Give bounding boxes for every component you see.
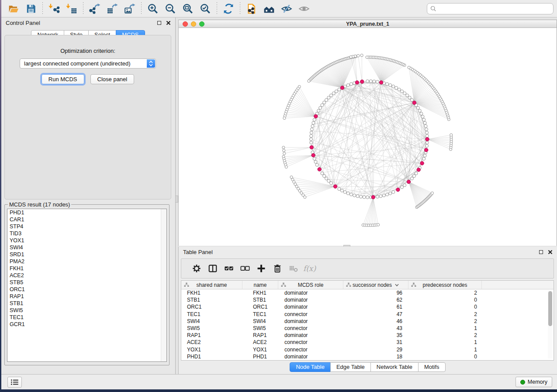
graph-node[interactable] (366, 196, 369, 199)
mcds-result-item[interactable]: ACE2 (7, 272, 166, 279)
mcds-result-item[interactable]: PMA2 (7, 258, 166, 265)
graph-node[interactable] (408, 96, 411, 99)
graph-leaf-node[interactable] (304, 196, 306, 198)
graph-mcds-hub-node[interactable] (412, 101, 416, 104)
graph-node[interactable] (315, 163, 318, 166)
hide-table-button[interactable] (285, 261, 301, 276)
export-network-button[interactable] (86, 1, 104, 16)
graph-node[interactable] (312, 121, 315, 124)
table-row[interactable]: TEC1TEC1connector472 (181, 311, 554, 318)
graph-node[interactable] (386, 83, 389, 86)
graph-leaf-node[interactable] (349, 55, 352, 58)
column-header-shared-name[interactable]: shared name (181, 281, 242, 289)
table-row[interactable]: PHD1PHD1dominator180 (181, 353, 554, 360)
close-panel-icon[interactable] (166, 21, 171, 25)
graph-node[interactable] (426, 141, 429, 144)
graph-node[interactable] (363, 196, 366, 199)
graph-leaf-node[interactable] (283, 152, 286, 155)
graph-node[interactable] (338, 88, 341, 91)
mcds-result-item[interactable]: YOX1 (7, 237, 166, 244)
graph-leaf-node[interactable] (282, 146, 285, 149)
graph-node[interactable] (325, 99, 328, 102)
graph-mcds-hub-node[interactable] (426, 138, 429, 141)
graph-mcds-hub-node[interactable] (311, 153, 315, 157)
graph-node[interactable] (410, 177, 413, 180)
console-toggle-button[interactable] (7, 377, 22, 388)
mcds-result-item[interactable]: GCR1 (7, 321, 166, 328)
graph-node[interactable] (323, 175, 326, 178)
mcds-result-item[interactable]: SWI5 (7, 307, 166, 314)
graph-node[interactable] (389, 84, 392, 87)
graph-node[interactable] (327, 96, 330, 99)
table-row[interactable]: YOX1YOX1connector291 (181, 346, 554, 353)
graph-node[interactable] (310, 141, 313, 144)
graph-node[interactable] (349, 193, 353, 196)
graph-node[interactable] (323, 101, 326, 104)
table-row[interactable]: RAP1RAP1dominator352 (181, 332, 554, 339)
graph-node[interactable] (416, 107, 419, 110)
deselect-all-rows-button[interactable] (237, 261, 253, 276)
graph-mcds-hub-node[interactable] (379, 81, 383, 84)
tab-edge-table[interactable]: Edge Table (330, 362, 371, 372)
graph-node[interactable] (424, 124, 427, 127)
graph-leaf-node[interactable] (431, 192, 433, 194)
import-network-from-file-button[interactable] (45, 1, 63, 16)
graph-node[interactable] (317, 109, 320, 112)
network-window-titlebar[interactable]: YPA_prune.txt_1 (179, 20, 557, 28)
mcds-result-item[interactable]: PHD1 (7, 209, 166, 216)
graph-mcds-hub-node[interactable] (360, 80, 364, 83)
graph-node[interactable] (338, 187, 341, 190)
graph-node[interactable] (425, 128, 428, 131)
table-settings-button[interactable] (188, 261, 204, 276)
graph-node[interactable] (412, 175, 415, 178)
zoom-out-button[interactable] (162, 1, 179, 16)
column-header-predecessor-nodes[interactable]: predecessor nodes (408, 281, 482, 289)
graph-mcds-hub-node[interactable] (340, 86, 344, 89)
graph-node[interactable] (329, 94, 332, 97)
table-scrollbar[interactable] (548, 290, 553, 358)
split-pane-button[interactable] (204, 261, 221, 276)
graph-node[interactable] (329, 182, 332, 185)
table-row[interactable]: SWI4SWI4dominator462 (181, 318, 554, 325)
mcds-result-item[interactable]: STP4 (7, 223, 166, 230)
graph-node[interactable] (418, 109, 421, 112)
graph-node[interactable] (311, 124, 314, 127)
graph-node[interactable] (310, 131, 313, 134)
graph-node[interactable] (360, 195, 363, 198)
tab-motifs[interactable]: Motifs (418, 362, 446, 372)
graph-node[interactable] (321, 172, 324, 175)
graph-node[interactable] (319, 107, 322, 110)
mcds-result-item[interactable]: TID3 (7, 230, 166, 237)
graph-mcds-hub-node[interactable] (355, 81, 359, 84)
graph-node[interactable] (420, 112, 423, 115)
graph-leaf-node[interactable] (308, 80, 310, 83)
graph-leaf-node[interactable] (283, 149, 285, 152)
mcds-result-item[interactable]: CAR1 (7, 216, 166, 223)
mcds-result-item[interactable]: TEC1 (7, 314, 166, 321)
show-hidden-button[interactable] (295, 1, 313, 16)
graph-node[interactable] (325, 177, 328, 180)
graph-node[interactable] (426, 131, 429, 134)
vertical-splitter-handle[interactable] (175, 196, 178, 203)
mcds-result-item[interactable]: STB5 (7, 279, 166, 286)
zoom-selected-button[interactable] (197, 1, 214, 16)
graph-node[interactable] (335, 90, 338, 93)
mcds-result-item[interactable]: SRD1 (7, 251, 166, 258)
run-mcds-button[interactable]: Run MCDS (42, 74, 84, 84)
graph-mcds-hub-node[interactable] (407, 180, 410, 183)
table-row[interactable]: FKH1FKH1dominator962 (181, 289, 554, 296)
mcds-result-item[interactable]: FKH1 (7, 265, 166, 272)
graph-node[interactable] (313, 157, 316, 160)
graph-node[interactable] (369, 80, 372, 83)
graph-node[interactable] (349, 83, 353, 86)
graph-node[interactable] (346, 192, 349, 195)
float-panel-icon[interactable] (157, 21, 161, 25)
refresh-view-button[interactable] (220, 1, 237, 16)
graph-node[interactable] (310, 134, 313, 138)
graph-leaf-node[interactable] (285, 165, 287, 168)
graph-mcds-hub-node[interactable] (310, 145, 313, 149)
graph-leaf-node[interactable] (450, 134, 453, 136)
search-box[interactable] (427, 3, 554, 14)
window-minimize-button[interactable] (191, 21, 196, 27)
select-all-rows-button[interactable] (221, 261, 237, 276)
